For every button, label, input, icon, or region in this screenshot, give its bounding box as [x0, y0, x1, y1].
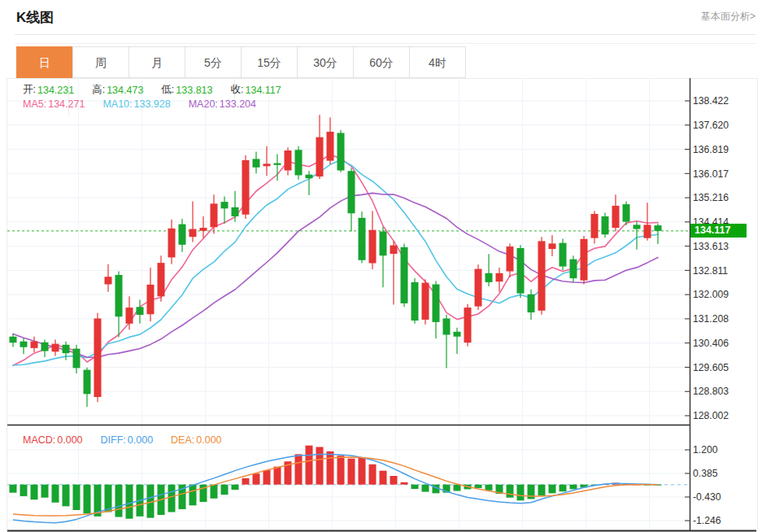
- svg-text:128.803: 128.803: [693, 386, 729, 397]
- svg-text:132.811: 132.811: [693, 265, 728, 277]
- kline-page: K线图 基本面分析> 日周月5分15分30分60分4时 开:134.231高:1…: [0, 0, 762, 532]
- tab-5m[interactable]: 5分: [185, 46, 242, 78]
- legend-item: MA20:133.204: [189, 98, 256, 110]
- legend-item: 高:134.473: [92, 83, 143, 97]
- ohlc-legend: 开:134.231高:134.473低:133.813收:134.117: [23, 83, 299, 97]
- candles[interactable]: [10, 115, 662, 407]
- legend-item: MACD:0.000: [23, 434, 83, 446]
- svg-text:132.009: 132.009: [693, 289, 729, 300]
- svg-text:129.605: 129.605: [693, 362, 729, 373]
- tab-day[interactable]: 日: [16, 46, 73, 78]
- svg-text:130.406: 130.406: [693, 338, 729, 349]
- tab-30m[interactable]: 30分: [297, 46, 354, 78]
- ma-legend: MA5:134.271MA10:133.928MA20:133.204: [23, 98, 274, 110]
- svg-text:-1.246: -1.246: [693, 515, 721, 526]
- legend-item: 收:134.117: [231, 83, 281, 97]
- svg-text:133.613: 133.613: [693, 241, 729, 252]
- legend-item: 开:134.231: [23, 83, 74, 97]
- fundamental-analysis-link[interactable]: 基本面分析>: [701, 10, 755, 24]
- svg-text:-0.430: -0.430: [693, 491, 721, 503]
- legend-item: MA10:133.928: [102, 98, 170, 110]
- legend-item: MA5:134.271: [23, 98, 85, 110]
- svg-text:138.422: 138.422: [693, 95, 729, 107]
- page-title: K线图: [16, 8, 54, 27]
- tab-60m[interactable]: 60分: [353, 46, 410, 78]
- svg-text:1.200: 1.200: [693, 444, 718, 456]
- svg-text:136.017: 136.017: [693, 168, 729, 180]
- svg-text:128.002: 128.002: [693, 410, 729, 421]
- tab-week[interactable]: 周: [72, 46, 129, 78]
- kline-chart-canvas[interactable]: 138.422137.620136.819136.017135.216134.4…: [0, 78, 762, 532]
- legend-item: DIFF:0.000: [101, 434, 154, 446]
- svg-text:136.819: 136.819: [693, 144, 729, 155]
- legend-item: 低:133.813: [161, 83, 212, 97]
- macd-legend: MACD:0.000DIFF:0.000DEA:0.000: [23, 434, 240, 446]
- axis-labels: 138.422137.620136.819136.017135.216134.4…: [685, 95, 729, 526]
- tab-4h[interactable]: 4时: [409, 46, 466, 78]
- svg-text:137.620: 137.620: [693, 120, 729, 131]
- svg-text:131.208: 131.208: [693, 313, 729, 325]
- current-price-badge: 134.117: [690, 224, 747, 238]
- header-divider: [15, 34, 756, 35]
- interval-tabs: 日周月5分15分30分60分4时: [16, 46, 466, 78]
- svg-text:135.216: 135.216: [693, 192, 729, 203]
- legend-item: DEA:0.000: [171, 434, 221, 446]
- card-top-border: [15, 43, 756, 44]
- macd-histogram[interactable]: [10, 446, 662, 519]
- tab-month[interactable]: 月: [128, 46, 185, 78]
- tab-15m[interactable]: 15分: [241, 46, 298, 78]
- svg-text:0.385: 0.385: [693, 468, 718, 479]
